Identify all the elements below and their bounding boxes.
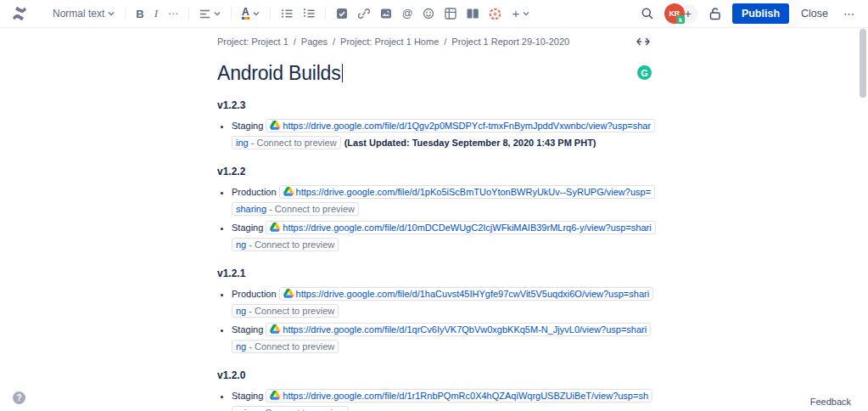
- build-item: Staginghttps://drive.google.com/file/d/1…: [232, 118, 652, 151]
- chevron-down-icon: [253, 11, 260, 16]
- collaborators-group: + KR k: [664, 3, 698, 24]
- build-item: Productionhttps://drive.google.com/file/…: [232, 184, 652, 217]
- build-label: Staging: [232, 324, 263, 335]
- drive-link-chip[interactable]: https://drive.google.com/file/d/1qrCv6Iy…: [232, 323, 651, 353]
- version-section: v1.2.3 Staginghttps://drive.google.com/f…: [217, 99, 652, 151]
- toolbar-divider: [325, 7, 326, 20]
- breadcrumb-item[interactable]: Project: Project 1 Home: [340, 37, 439, 47]
- build-label: Production: [232, 289, 277, 299]
- build-list: Productionhttps://drive.google.com/file/…: [217, 184, 652, 253]
- toolbar-divider: [270, 7, 271, 20]
- emoji-button[interactable]: [417, 5, 440, 22]
- alignment-dropdown[interactable]: [194, 7, 226, 21]
- toolbar-divider: [231, 7, 232, 20]
- feedback-link[interactable]: Feedback: [810, 397, 851, 407]
- connect-to-preview-link[interactable]: - Connect to preview: [249, 239, 334, 250]
- connect-to-preview-link[interactable]: - Connect to preview: [251, 138, 337, 148]
- more-actions-button[interactable]: ⋯: [840, 6, 858, 22]
- confluence-logo-icon[interactable]: [10, 6, 29, 21]
- build-label: Production: [232, 187, 277, 197]
- google-drive-icon: [270, 119, 280, 135]
- plus-icon: +: [512, 8, 519, 19]
- breadcrumb-item[interactable]: Project: Project 1: [217, 37, 288, 47]
- text-style-dropdown[interactable]: Normal text: [48, 5, 120, 22]
- google-drive-icon: [270, 389, 280, 405]
- editor-content: Project: Project 1/Pages/Project: Projec…: [217, 28, 652, 411]
- breadcrumb-row: Project: Project 1/Pages/Project: Projec…: [217, 28, 652, 48]
- breadcrumb-separator: /: [333, 37, 335, 47]
- google-drive-icon: [270, 323, 280, 339]
- toolbar-divider: [125, 7, 126, 20]
- drive-link-chip[interactable]: https://drive.google.com/file/d/10mDCDeW…: [232, 221, 656, 251]
- text-color-dropdown[interactable]: A: [237, 5, 265, 22]
- avatar-status-badge: k: [676, 15, 685, 24]
- layouts-button[interactable]: [462, 6, 484, 21]
- mention-button[interactable]: @: [397, 5, 418, 22]
- help-icon[interactable]: ?: [13, 391, 25, 404]
- build-label: Staging: [232, 222, 263, 233]
- title-row: Android Builds G: [217, 62, 652, 85]
- breadcrumb-separator: /: [444, 37, 446, 47]
- table-button[interactable]: [440, 5, 462, 22]
- publish-button[interactable]: Publish: [732, 3, 789, 24]
- insert-image-button[interactable]: [375, 5, 397, 22]
- unlock-icon[interactable]: [707, 5, 724, 22]
- task-list-button[interactable]: [331, 5, 353, 22]
- close-button[interactable]: Close: [798, 4, 832, 23]
- bullet-list-button[interactable]: [276, 6, 298, 21]
- google-drive-icon: [270, 221, 280, 237]
- routines-app-icon[interactable]: [484, 5, 507, 23]
- breadcrumb-item[interactable]: Project 1 Report 29-10-2020: [451, 37, 569, 47]
- build-label: Staging: [232, 121, 263, 131]
- breadcrumb-item[interactable]: Pages: [301, 37, 328, 47]
- numbered-list-button[interactable]: [298, 6, 320, 21]
- breadcrumb: Project: Project 1/Pages/Project: Projec…: [217, 37, 569, 47]
- align-left-icon: [199, 9, 210, 19]
- drive-link-chip[interactable]: https://drive.google.com/file/d/1r1RnbPQ…: [232, 389, 652, 411]
- version-section: v1.2.1 Productionhttps://drive.google.co…: [217, 267, 652, 355]
- link-button[interactable]: [353, 5, 375, 22]
- version-heading: v1.2.1: [217, 267, 652, 279]
- search-icon[interactable]: [639, 5, 656, 22]
- italic-button[interactable]: I: [149, 4, 163, 23]
- text-cursor: [342, 64, 343, 82]
- chevron-down-icon: [523, 11, 529, 16]
- toolbar-divider: [188, 7, 189, 20]
- grammarly-icon[interactable]: G: [637, 65, 652, 80]
- build-list: Staginghttps://drive.google.com/file/d/1…: [217, 118, 652, 151]
- version-section: v1.2.2 Productionhttps://drive.google.co…: [217, 166, 652, 253]
- page-title-text: Android Builds: [217, 62, 341, 84]
- editor-toolbar: Normal text B I ⋯ A @: [0, 0, 868, 28]
- page-width-toggle-icon[interactable]: [635, 36, 652, 48]
- drive-link-chip[interactable]: https://drive.google.com/file/d/1pKo5iSc…: [232, 185, 655, 216]
- chevron-down-icon: [108, 11, 115, 16]
- connect-to-preview-link[interactable]: - Connect to preview: [260, 408, 345, 411]
- build-item: Productionhttps://drive.google.com/file/…: [232, 286, 652, 319]
- build-list: Staginghttps://drive.google.com/file/d/1…: [217, 388, 652, 411]
- bold-button[interactable]: B: [131, 5, 148, 23]
- page-title[interactable]: Android Builds: [217, 62, 343, 85]
- scrollbar-thumb[interactable]: [860, 29, 866, 98]
- connect-to-preview-link[interactable]: - Connect to preview: [249, 341, 334, 352]
- google-drive-icon: [283, 185, 294, 201]
- build-item: Staginghttps://drive.google.com/file/d/1…: [232, 388, 652, 411]
- last-updated-note: (Last Updated: Tuesday September 8, 2020…: [344, 138, 596, 148]
- text-color-icon: A: [242, 8, 249, 20]
- connect-to-preview-link[interactable]: - Connect to preview: [249, 306, 334, 316]
- more-formatting-button[interactable]: ⋯: [163, 5, 183, 22]
- build-item: Staginghttps://drive.google.com/file/d/1…: [232, 220, 652, 253]
- page-body[interactable]: v1.2.3 Staginghttps://drive.google.com/f…: [217, 99, 652, 411]
- insert-dropdown[interactable]: +: [507, 6, 535, 21]
- drive-link-chip[interactable]: https://drive.google.com/file/d/1haCuvst…: [232, 287, 653, 318]
- build-list: Productionhttps://drive.google.com/file/…: [217, 286, 652, 355]
- connect-to-preview-link[interactable]: - Connect to preview: [269, 204, 355, 214]
- chevron-down-icon: [214, 11, 221, 16]
- text-style-label: Normal text: [53, 8, 104, 20]
- breadcrumb-separator: /: [294, 37, 296, 47]
- version-heading: v1.2.3: [217, 99, 652, 111]
- build-label: Staging: [232, 391, 263, 401]
- google-drive-icon: [283, 287, 294, 303]
- version-heading: v1.2.2: [217, 166, 652, 177]
- version-section: v1.2.0 Staginghttps://drive.google.com/f…: [217, 369, 652, 411]
- build-item: Staginghttps://drive.google.com/file/d/1…: [232, 322, 652, 355]
